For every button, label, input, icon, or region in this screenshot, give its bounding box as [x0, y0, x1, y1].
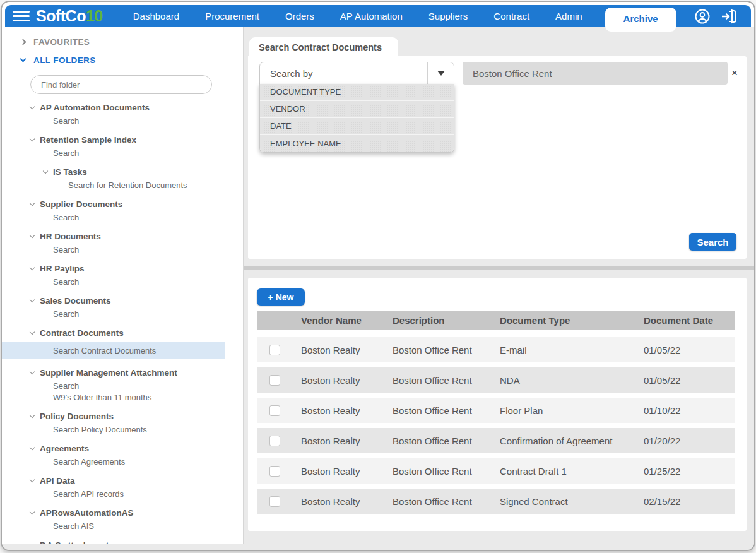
vendor-cell: Boston Realty — [301, 496, 393, 507]
header-description: Description — [393, 315, 500, 326]
folder-supplier-documents[interactable]: Supplier Documents — [30, 199, 243, 209]
search-panel-tab[interactable]: Search Contract Documents — [249, 37, 398, 57]
folder-p-a-s-attachment[interactable]: P.A.S attachment — [30, 540, 243, 544]
nav-item-contract[interactable]: Contract — [493, 11, 529, 21]
folder-label: Contract Documents — [40, 328, 124, 338]
row-checkbox[interactable] — [269, 375, 280, 386]
search-value-input[interactable] — [463, 62, 728, 85]
folder-label: Supplier Documents — [40, 199, 122, 209]
folder-api-data[interactable]: API Data — [30, 476, 243, 485]
row-checkbox-cell — [257, 496, 301, 507]
nav-item-procurement[interactable]: Procurement — [205, 11, 259, 21]
chevron-down-icon — [30, 330, 35, 335]
chevron-down-icon — [30, 509, 35, 514]
table-row[interactable]: Boston RealtyBoston Office RentNDA01/05/… — [257, 367, 735, 393]
folder-label: Agreements — [40, 444, 89, 453]
description-cell: Boston Office Rent — [393, 345, 500, 355]
table-row[interactable]: Boston RealtyBoston Office RentFloor Pla… — [257, 398, 735, 423]
vendor-cell: Boston Realty — [301, 345, 393, 355]
row-checkbox-cell — [257, 375, 301, 386]
vendor-cell: Boston Realty — [301, 375, 393, 386]
folder-ap-automation-documents[interactable]: AP Automation Documents — [30, 103, 243, 112]
nav-item-ap-automation[interactable]: AP Automation — [340, 11, 403, 21]
folder-retention-sample-index[interactable]: Retention Sample Index — [30, 135, 243, 145]
row-checkbox[interactable] — [269, 436, 280, 446]
folder-link-search[interactable]: Search — [53, 276, 243, 287]
chevron-down-icon — [30, 542, 35, 544]
folder-policy-documents[interactable]: Policy Documents — [30, 412, 243, 421]
row-checkbox-cell — [257, 436, 301, 446]
panel-divider — [244, 266, 754, 270]
logout-icon[interactable] — [721, 8, 738, 25]
new-document-button[interactable]: + New — [257, 288, 305, 306]
chevron-right-icon — [20, 39, 27, 45]
hamburger-menu-icon[interactable] — [13, 8, 30, 24]
clear-search-icon[interactable]: × — [731, 67, 738, 80]
document-type-cell: Confirmation of Agreement — [500, 436, 644, 446]
sidebar-all-folders-toggle[interactable]: ALL FOLDERS — [21, 54, 243, 66]
dropdown-arrow-button[interactable] — [427, 62, 454, 84]
description-cell: Boston Office Rent — [393, 466, 500, 477]
folder-link-search[interactable]: Search — [53, 381, 243, 391]
vendor-cell: Boston Realty — [301, 436, 393, 446]
folder-link-search-api-records[interactable]: Search API records — [53, 489, 243, 499]
folder-link-search-policy-documents[interactable]: Search Policy Documents — [53, 424, 243, 435]
folder-link-search-for-retention-documents[interactable]: Search for Retention Documents — [68, 180, 243, 191]
row-checkbox[interactable] — [269, 345, 280, 355]
row-checkbox[interactable] — [269, 405, 280, 416]
dropdown-option-document-type[interactable]: DOCUMENT TYPE — [260, 84, 454, 101]
folder-link-search-contract-documents[interactable]: Search Contract Documents — [2, 342, 225, 359]
folder-agreements[interactable]: Agreements — [30, 444, 243, 453]
folder-link-search[interactable]: Search — [53, 309, 243, 319]
chevron-down-icon — [43, 169, 48, 174]
folder-link-search[interactable]: Search — [53, 244, 243, 255]
nav-item-dashboard[interactable]: Dashboard — [133, 11, 179, 21]
nav-item-suppliers[interactable]: Suppliers — [428, 11, 468, 21]
folder-label: HR Paylips — [40, 264, 85, 273]
folder-link-search-agreements[interactable]: Search Agreements — [53, 456, 243, 467]
chevron-down-icon — [30, 477, 35, 482]
folder-link-w9-s-older-than-11-months[interactable]: W9’s Older than 11 months — [53, 392, 243, 403]
folder-link-search[interactable]: Search — [53, 148, 243, 158]
search-by-dropdown[interactable]: Search by — [259, 62, 454, 85]
user-account-icon[interactable] — [694, 8, 711, 25]
find-folder-input[interactable] — [30, 75, 212, 94]
row-checkbox[interactable] — [269, 466, 280, 477]
folder-label: Policy Documents — [40, 412, 114, 421]
search-panel: Search by DOCUMENT TYPEVENDORDATEEMPLOYE… — [248, 56, 747, 259]
folder-hr-paylips[interactable]: HR Paylips — [30, 264, 243, 273]
table-row[interactable]: Boston RealtyBoston Office RentSigned Co… — [257, 489, 735, 514]
row-checkbox[interactable] — [269, 496, 280, 507]
nav-tab-archive[interactable]: Archive — [605, 8, 676, 32]
nav-item-orders[interactable]: Orders — [285, 11, 314, 21]
nav-item-admin[interactable]: Admin — [555, 11, 582, 21]
nav-icons — [694, 8, 738, 25]
chevron-down-icon — [30, 136, 35, 141]
description-cell: Boston Office Rent — [393, 405, 500, 416]
folder-link-search-ais[interactable]: Search AIS — [53, 521, 243, 532]
folder-tree: AP Automation DocumentsSearchRetention S… — [2, 103, 243, 544]
folder-link-search[interactable]: Search — [53, 116, 243, 126]
dropdown-option-employee-name[interactable]: EMPLOYEE NAME — [260, 135, 454, 152]
dropdown-option-vendor[interactable]: VENDOR — [260, 101, 454, 118]
folder-contract-documents[interactable]: Contract Documents — [30, 328, 243, 338]
folder-label: Supplier Management Attachment — [40, 368, 177, 378]
folder-aprowsautomationas[interactable]: APRowsAutomationAS — [30, 508, 243, 518]
chevron-down-icon — [30, 233, 35, 238]
table-row[interactable]: Boston RealtyBoston Office RentConfirmat… — [257, 428, 735, 453]
table-row[interactable]: Boston RealtyBoston Office RentE-mail01/… — [257, 337, 735, 362]
folder-supplier-management-attachment[interactable]: Supplier Management Attachment — [30, 368, 243, 378]
sidebar: FAVOURITES ALL FOLDERS AP Automation Doc… — [2, 27, 244, 544]
table-row[interactable]: Boston RealtyBoston Office RentContract … — [257, 458, 735, 484]
folder-sales-documents[interactable]: Sales Documents — [30, 296, 243, 306]
sidebar-favourites-toggle[interactable]: FAVOURITES — [21, 35, 243, 48]
folder-hr-documents[interactable]: HR Documents — [30, 232, 243, 241]
search-button[interactable]: Search — [689, 233, 736, 251]
dropdown-option-date[interactable]: DATE — [260, 118, 454, 135]
folder-is-tasks[interactable]: IS Tasks — [44, 167, 243, 177]
chevron-down-icon — [30, 369, 35, 374]
document-date-cell: 01/20/22 — [644, 436, 735, 446]
folder-link-search[interactable]: Search — [53, 212, 243, 223]
folder-label: IS Tasks — [53, 167, 87, 177]
folder-label: Sales Documents — [40, 296, 111, 306]
